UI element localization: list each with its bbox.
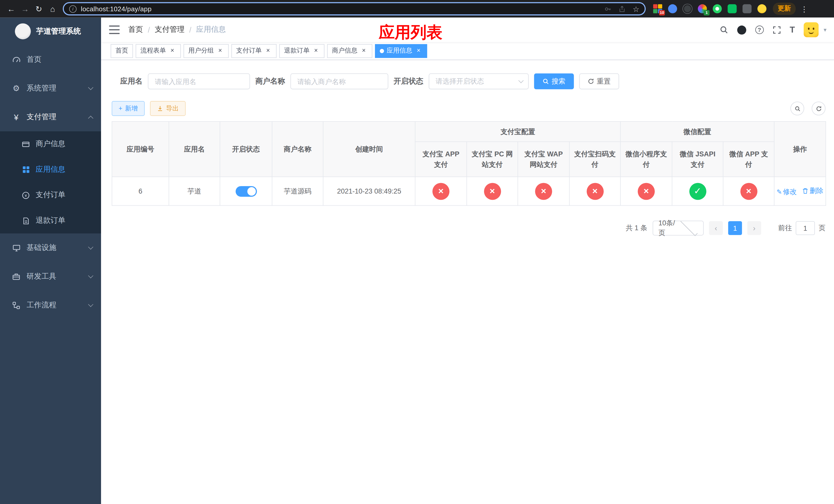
sidebar-item-infrastructure[interactable]: 基础设施 <box>0 233 101 262</box>
export-button[interactable]: 导出 <box>150 101 186 116</box>
col-header-wx-jsapi: 微信 JSAPI 支付 <box>672 142 723 177</box>
sidebar-item-pay-orders[interactable]: ¥ 支付订单 <box>0 182 101 208</box>
tab-refund-orders[interactable]: 退款订单× <box>279 44 324 58</box>
status-select[interactable]: 请选择开启状态 <box>429 73 529 89</box>
tab-close-icon[interactable]: × <box>415 47 422 54</box>
tab-home[interactable]: 首页 <box>111 44 133 58</box>
edit-button[interactable]: ✎修改 <box>776 187 797 197</box>
tab-close-icon[interactable]: × <box>216 47 224 54</box>
document-icon <box>21 216 30 225</box>
active-tab-dot <box>380 49 384 53</box>
apps-table: 应用编号 应用名 开启状态 商户名称 创建时间 支付宝配置 微信配置 操作 支付… <box>112 121 826 206</box>
forward-icon[interactable]: → <box>18 2 32 16</box>
user-avatar[interactable] <box>804 22 819 37</box>
merchant-name-label: 商户名称 <box>256 77 285 86</box>
font-size-icon[interactable]: T <box>790 25 795 35</box>
sidebar-item-merchant-info[interactable]: 商户信息 <box>0 131 101 157</box>
collapse-sidebar-icon[interactable] <box>109 26 119 34</box>
extension-puzzle-icon[interactable] <box>743 4 751 13</box>
share-icon[interactable] <box>619 5 626 13</box>
page-info-icon[interactable]: i <box>69 5 77 13</box>
fullscreen-icon[interactable] <box>773 26 781 34</box>
add-button[interactable]: + 新增 <box>112 101 145 116</box>
col-header-actions: 操作 <box>774 121 826 177</box>
help-icon[interactable]: ? <box>755 26 764 34</box>
next-page-button[interactable]: › <box>747 221 761 235</box>
url-bar[interactable]: i localhost:1024/pay/app ☆ <box>63 2 646 15</box>
app-name-input[interactable] <box>148 73 250 89</box>
breadcrumb: 首页 / 支付管理 / 应用信息 <box>128 25 226 35</box>
svg-text:¥: ¥ <box>24 193 27 198</box>
bookmark-star-icon[interactable]: ☆ <box>633 5 639 13</box>
password-key-icon[interactable] <box>605 5 612 13</box>
sidebar-item-workflow[interactable]: 工作流程 <box>0 291 101 319</box>
sidebar-item-refund-orders[interactable]: 退款订单 <box>0 208 101 233</box>
cell-wx-jsapi: ✓ <box>672 177 723 206</box>
col-header-alipay-wap: 支付宝 WAP 网站支付 <box>518 142 569 177</box>
status-select-placeholder: 请选择开启状态 <box>436 77 519 86</box>
github-icon[interactable] <box>737 25 746 35</box>
merchant-name-input[interactable] <box>290 73 388 89</box>
search-button[interactable]: 搜索 <box>534 73 574 89</box>
breadcrumb-home[interactable]: 首页 <box>128 25 143 35</box>
tab-process-form[interactable]: 流程表单× <box>136 44 181 58</box>
wx-jsapi-status-icon: ✓ <box>689 183 706 200</box>
extension-color-wheel-icon[interactable]: 1 <box>698 4 707 13</box>
delete-button[interactable]: 删除 <box>802 186 824 196</box>
breadcrumb-payment[interactable]: 支付管理 <box>155 25 184 35</box>
toggle-search-button[interactable] <box>790 101 804 115</box>
cell-alipay-qr: × <box>569 177 620 206</box>
extension-green-circle-icon[interactable] <box>713 4 722 13</box>
search-button-label: 搜索 <box>552 77 566 86</box>
reload-icon[interactable]: ↻ <box>32 2 46 16</box>
export-button-label: 导出 <box>166 104 179 113</box>
tab-pay-orders[interactable]: 支付订单× <box>231 44 277 58</box>
edit-label: 修改 <box>783 187 797 197</box>
back-icon[interactable]: ← <box>4 2 18 16</box>
tab-close-icon[interactable]: × <box>169 47 176 54</box>
sidebar-item-system[interactable]: ⚙ 系统管理 <box>0 74 101 102</box>
sidebar-item-home[interactable]: 首页 <box>0 45 101 74</box>
search-icon[interactable] <box>719 26 728 34</box>
browser-update-button[interactable]: 更新 <box>773 3 796 15</box>
tab-close-icon[interactable]: × <box>312 47 320 54</box>
tab-label: 用户分组 <box>188 46 214 55</box>
extension-blue-icon[interactable] <box>668 4 677 13</box>
tab-merchant-info[interactable]: 商户信息× <box>327 44 372 58</box>
home-icon[interactable]: ⌂ <box>46 2 60 16</box>
tab-app-info[interactable]: 应用信息× <box>375 44 427 58</box>
apps-table-wrapper: 应用编号 应用名 开启状态 商户名称 创建时间 支付宝配置 微信配置 操作 支付… <box>112 121 826 206</box>
reset-button-label: 重置 <box>597 77 611 86</box>
extension-grid-icon[interactable]: 10 <box>653 4 662 13</box>
extension-green-square-icon[interactable] <box>728 4 737 13</box>
sidebar-item-dev-tools[interactable]: 研发工具 <box>0 262 101 291</box>
breadcrumb-separator: / <box>148 26 150 34</box>
chevron-down-icon <box>88 244 93 250</box>
sidebar-item-payment[interactable]: ¥ 支付管理 <box>0 102 101 131</box>
url-text: localhost:1024/pay/app <box>81 5 152 13</box>
avatar-caret-icon[interactable]: ▾ <box>824 26 827 33</box>
sidebar-item-label: 商户信息 <box>36 139 65 149</box>
alipay-app-status-icon: × <box>432 183 449 200</box>
goto-page-input[interactable] <box>796 221 815 235</box>
reset-button[interactable]: 重置 <box>579 73 619 89</box>
sidebar-item-label: 支付订单 <box>36 190 65 200</box>
group-header-alipay: 支付宝配置 <box>415 121 621 142</box>
tab-user-group[interactable]: 用户分组× <box>184 44 229 58</box>
monitor-icon <box>12 244 21 252</box>
app-logo[interactable]: 芋道管理系统 <box>0 18 101 45</box>
toggle-knob <box>247 187 256 196</box>
extension-dark-circle-icon[interactable] <box>683 4 692 13</box>
tab-close-icon[interactable]: × <box>264 47 272 54</box>
browser-menu-icon[interactable]: ⋮ <box>799 5 809 13</box>
page-number-1[interactable]: 1 <box>728 221 742 235</box>
trash-icon <box>802 187 809 194</box>
prev-page-button[interactable]: ‹ <box>709 221 723 235</box>
refresh-table-button[interactable] <box>812 101 826 115</box>
page-size-select[interactable]: 10条/页 <box>653 221 704 235</box>
tab-close-icon[interactable]: × <box>360 47 368 54</box>
extension-emoji-icon[interactable] <box>757 4 766 13</box>
sidebar-item-app-info[interactable]: 应用信息 <box>0 157 101 183</box>
page-unit-label: 页 <box>819 223 826 233</box>
status-toggle[interactable] <box>236 186 257 197</box>
